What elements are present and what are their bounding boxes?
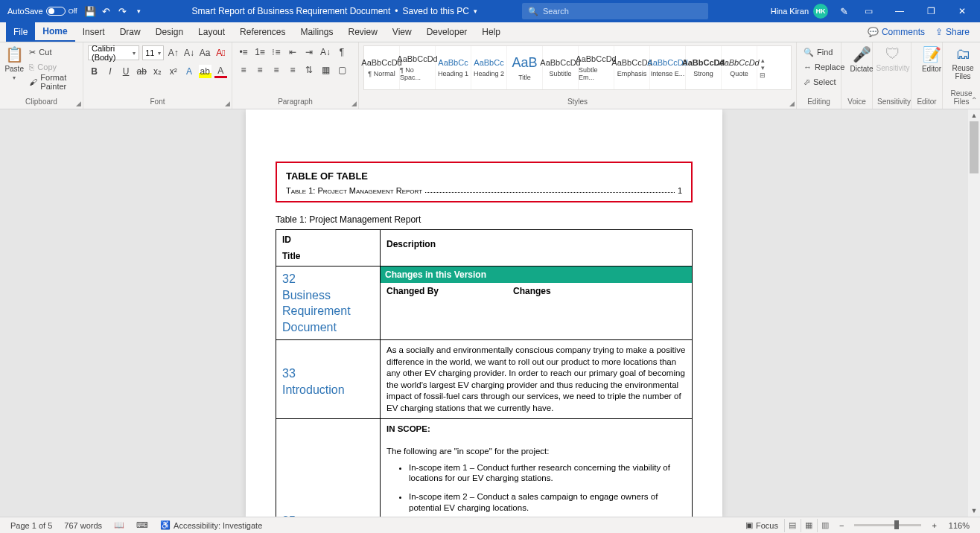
reuse-files-button[interactable]: 🗂Reuse Files [947,45,979,80]
shrink-font-button[interactable]: A↓ [182,46,195,60]
strikethrough-button[interactable]: ab [136,65,148,78]
style-item[interactable]: AaBbCcHeading 1 [436,46,471,89]
comments-button[interactable]: 💬Comments [868,27,925,37]
share-button[interactable]: ⇪Share [935,27,970,37]
decrease-indent-button[interactable]: ⇤ [286,45,299,59]
accessibility-status[interactable]: ♿Accessibility: Investigate [154,520,268,530]
print-layout-button[interactable]: ▦ [801,519,817,532]
style-item[interactable]: AaBbCcDdEmphasis [614,46,650,89]
redo-icon[interactable]: ↷ [115,3,131,19]
close-button[interactable]: ✕ [947,0,977,22]
dialog-launcher-icon[interactable]: ◢ [351,100,357,107]
dialog-launcher-icon[interactable]: ◢ [225,100,230,107]
minimize-button[interactable]: — [885,0,914,22]
chevron-down-icon[interactable]: ▾ [474,7,477,15]
style-item[interactable]: AaBbCcDdSubtle Em... [579,46,614,89]
user-account[interactable]: Hina Kiran HK [765,4,834,19]
paste-button[interactable]: 📋 Paste ▾ [4,45,24,81]
change-case-button[interactable]: Aa [199,46,211,60]
ribbon-display-icon[interactable]: ▭ [853,0,883,22]
dialog-launcher-icon[interactable]: ◢ [76,100,81,107]
collapse-ribbon-icon[interactable]: ⌃ [971,96,977,104]
replace-button[interactable]: ↔Replace [801,60,836,74]
autosave-toggle[interactable]: AutoSave Off [3,7,82,16]
document-page[interactable]: TABLE OF TABLE Table 1: Project Manageme… [246,109,722,517]
style-item[interactable]: AaBbCcDd¶ No Spac... [400,46,436,89]
styles-gallery[interactable]: AaBbCcDd¶ NormalAaBbCcDd¶ No Spac...AaBb… [363,45,792,90]
qat-customize-icon[interactable]: ▾ [131,3,147,19]
row-id[interactable]: 32 [282,271,374,287]
tab-view[interactable]: View [385,22,419,42]
sensitivity-button[interactable]: 🛡Sensitivity [877,45,909,72]
highlight-button[interactable]: ab [199,65,211,78]
font-size-select[interactable]: 11▾ [142,45,164,60]
superscript-button[interactable]: x² [167,65,179,78]
style-item[interactable]: AaBbCcDd¶ Normal [364,46,400,89]
text-effects-button[interactable]: A [182,65,195,78]
coming-soon-icon[interactable]: ✎ [836,3,852,19]
tab-draw[interactable]: Draw [112,22,148,42]
row-id[interactable]: 33 [282,366,374,382]
show-marks-button[interactable]: ¶ [335,45,349,59]
style-item[interactable]: AaBbCcDdIntense E... [650,46,686,89]
maximize-button[interactable]: ❐ [916,0,946,22]
zoom-out-button[interactable]: − [833,521,850,530]
line-spacing-button[interactable]: ⇅ [302,63,316,77]
tab-file[interactable]: File [6,22,35,42]
font-color-button[interactable]: A [214,65,227,78]
format-painter-button[interactable]: 🖌Format Painter [27,75,78,89]
increase-indent-button[interactable]: ⇥ [302,45,316,59]
style-item[interactable]: AaBbCcDdSubtitle [543,46,579,89]
font-name-select[interactable]: Calibri (Body)▾ [88,45,139,60]
scroll-down-icon[interactable]: ▼ [968,505,980,517]
zoom-in-button[interactable]: + [926,521,942,530]
cut-button[interactable]: ✂Cut [27,45,78,59]
scroll-up-icon[interactable]: ▲ [968,109,980,121]
subscript-button[interactable]: x₂ [151,65,164,78]
justify-button[interactable]: ≡ [286,63,299,77]
italic-button[interactable]: I [104,65,116,78]
tab-design[interactable]: Design [148,22,191,42]
tab-insert[interactable]: Insert [75,22,112,42]
tab-help[interactable]: Help [474,22,508,42]
styles-more-button[interactable]: ▴▾⊟ [757,57,768,79]
bold-button[interactable]: B [88,65,101,78]
select-button[interactable]: ⬀Select [801,75,836,89]
focus-mode-button[interactable]: ▣Focus [739,520,784,530]
bullets-button[interactable]: •≡ [237,45,250,59]
numbering-button[interactable]: 1≡ [253,45,267,59]
row-title[interactable]: Business Requirement Document [282,287,374,336]
save-icon[interactable]: 💾 [82,3,98,19]
clear-formatting-button[interactable]: A⃠ [214,46,227,60]
page-indicator[interactable]: Page 1 of 5 [4,521,58,530]
zoom-handle[interactable] [894,520,899,529]
word-count[interactable]: 767 words [58,521,108,530]
tab-home[interactable]: Home [35,22,74,42]
web-layout-button[interactable]: ▥ [817,519,833,532]
toc-entry[interactable]: Table 1: Project Management Report 1 [286,186,682,195]
copy-button[interactable]: ⎘Copy [27,60,78,74]
sort-button[interactable]: A↓ [319,45,332,59]
language-icon[interactable]: ⌨ [130,520,154,530]
tab-mailings[interactable]: Mailings [293,22,340,42]
scroll-thumb[interactable] [970,121,979,173]
tab-references[interactable]: References [232,22,293,42]
tab-developer[interactable]: Developer [419,22,475,42]
multilevel-list-button[interactable]: ⁝≡ [270,45,283,59]
vertical-scrollbar[interactable]: ▲ ▼ [968,109,980,517]
row-title[interactable]: Introduction [282,382,374,398]
align-center-button[interactable]: ≡ [253,63,267,77]
tab-layout[interactable]: Layout [191,22,232,42]
align-left-button[interactable]: ≡ [237,63,250,77]
style-item[interactable]: AaBbCcDdStrong [686,46,722,89]
spell-check-icon[interactable]: 📖 [108,520,130,530]
shading-button[interactable]: ▦ [319,63,332,77]
grow-font-button[interactable]: A↑ [167,46,179,60]
style-item[interactable]: AaBTitle [507,46,543,89]
dialog-launcher-icon[interactable]: ◢ [789,100,795,107]
style-item[interactable]: AaBbCcDdQuote [722,46,757,89]
underline-button[interactable]: U [119,65,132,78]
zoom-slider[interactable] [854,524,921,526]
zoom-level[interactable]: 116% [943,521,976,530]
style-item[interactable]: AaBbCcHeading 2 [471,46,507,89]
